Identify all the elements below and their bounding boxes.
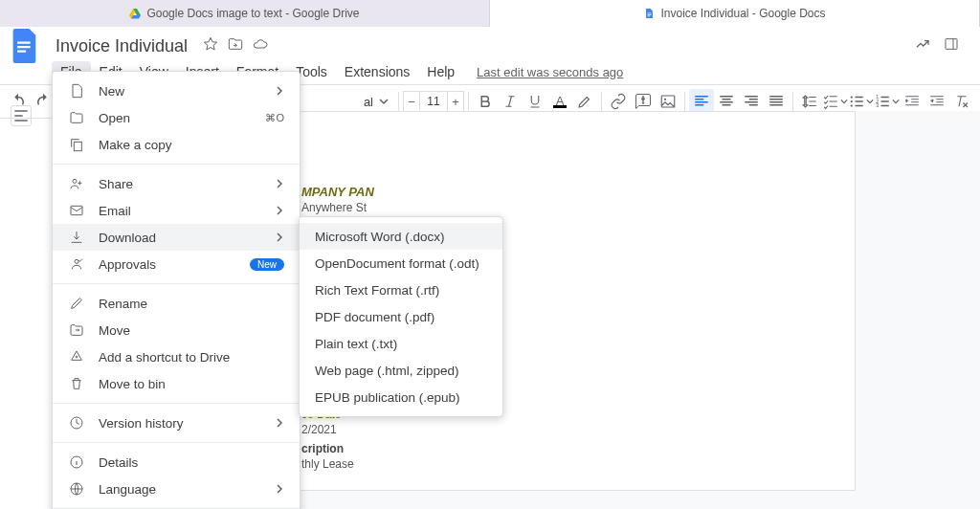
move-folder-icon[interactable] <box>228 36 243 55</box>
font-size-control: − 11 + <box>403 91 464 112</box>
doc-heading: MPANY PAN <box>301 185 797 199</box>
download-rtf[interactable]: Rich Text Format (.rtf) <box>300 277 502 303</box>
file-details[interactable]: Details <box>53 449 300 476</box>
download-epub[interactable]: EPUB publication (.epub) <box>300 384 502 410</box>
file-new[interactable]: New <box>53 77 300 104</box>
svg-rect-5 <box>648 16 651 17</box>
side-panel-icon[interactable] <box>944 36 959 55</box>
globe-icon <box>66 481 87 497</box>
svg-rect-3 <box>648 13 652 14</box>
chevron-right-icon <box>275 177 284 191</box>
file-download[interactable]: Download <box>53 224 300 251</box>
svg-point-12 <box>664 99 666 100</box>
file-rename[interactable]: Rename <box>53 290 300 317</box>
svg-point-14 <box>851 100 853 102</box>
activity-icon[interactable] <box>915 36 930 55</box>
outline-toggle[interactable] <box>11 105 32 126</box>
file-open[interactable]: Open ⌘O <box>53 104 300 131</box>
svg-rect-21 <box>71 206 82 214</box>
new-badge: New <box>250 258 284 271</box>
copy-icon <box>66 137 87 152</box>
font-size-decrease[interactable]: − <box>403 91 420 112</box>
document-title[interactable]: Invoice Individual <box>50 34 193 58</box>
cloud-status-icon[interactable] <box>253 36 268 55</box>
google-drive-icon <box>129 8 141 19</box>
left-rail <box>0 96 42 126</box>
font-size-value[interactable]: 11 <box>420 91 447 112</box>
move-icon <box>66 322 87 338</box>
last-edit-link[interactable]: Last edit was seconds ago <box>477 65 623 79</box>
shortcut-label: ⌘O <box>265 112 284 124</box>
doc-description-label: cription <box>301 442 797 455</box>
email-icon <box>66 203 87 218</box>
drive-shortcut-icon <box>66 349 87 365</box>
file-language[interactable]: Language <box>53 476 300 502</box>
chevron-right-icon <box>275 204 284 218</box>
download-submenu: Microsoft Word (.docx) OpenDocument form… <box>299 216 503 417</box>
file-email[interactable]: Email <box>53 197 300 224</box>
svg-rect-7 <box>17 46 31 48</box>
svg-point-20 <box>73 179 77 183</box>
file-approvals[interactable]: Approvals New <box>53 251 300 277</box>
chevron-right-icon <box>275 84 284 99</box>
browser-tab-drive-label: Google Docs image to text - Google Drive <box>146 7 359 20</box>
download-icon <box>66 230 87 245</box>
title-bar: Invoice Individual <box>0 27 980 59</box>
doc-address: Anywhere St <box>301 201 797 214</box>
svg-rect-19 <box>74 142 81 150</box>
chevron-right-icon <box>275 482 284 497</box>
download-pdf[interactable]: PDF document (.pdf) <box>300 303 502 330</box>
browser-tab-bar: Google Docs image to text - Google Drive… <box>0 0 980 27</box>
file-move-to-bin[interactable]: Move to bin <box>53 370 300 397</box>
file-share[interactable]: Share <box>53 170 300 197</box>
doc-description-value: thly Lease <box>301 457 797 471</box>
download-docx[interactable]: Microsoft Word (.docx) <box>300 223 502 250</box>
font-family-select[interactable]: al <box>354 95 394 109</box>
chevron-right-icon <box>275 416 284 431</box>
svg-point-22 <box>75 259 78 263</box>
download-txt[interactable]: Plain text (.txt) <box>300 330 502 357</box>
download-html[interactable]: Web page (.html, zipped) <box>300 357 502 384</box>
history-icon <box>66 415 87 431</box>
docs-logo[interactable] <box>8 29 42 63</box>
chevron-right-icon <box>275 231 284 245</box>
browser-tab-docs[interactable]: Invoice Individual - Google Docs <box>490 0 980 27</box>
file-blank-icon <box>66 83 87 99</box>
svg-text:3: 3 <box>876 102 879 108</box>
google-docs-icon <box>643 8 655 19</box>
browser-tab-docs-label: Invoice Individual - Google Docs <box>660 7 825 20</box>
svg-rect-4 <box>648 14 652 15</box>
browser-tab-drive[interactable]: Google Docs image to text - Google Drive <box>0 0 490 27</box>
share-icon <box>66 176 87 191</box>
svg-rect-8 <box>17 51 26 53</box>
download-odt[interactable]: OpenDocument format (.odt) <box>300 250 502 277</box>
file-move[interactable]: Move <box>53 317 300 343</box>
rename-icon <box>66 296 87 311</box>
file-menu-dropdown: New Open ⌘O Make a copy Share Email Down… <box>52 71 301 509</box>
file-add-shortcut[interactable]: Add a shortcut to Drive <box>53 343 300 370</box>
svg-rect-9 <box>946 39 957 50</box>
trash-icon <box>66 376 87 391</box>
doc-invoice-date-value: 2/2021 <box>301 423 797 436</box>
info-icon <box>66 454 87 470</box>
file-version-history[interactable]: Version history <box>53 409 300 436</box>
svg-rect-6 <box>17 42 31 44</box>
menu-help[interactable]: Help <box>418 61 463 82</box>
font-size-increase[interactable]: + <box>447 91 464 112</box>
star-icon[interactable] <box>203 36 218 55</box>
approvals-icon <box>66 256 87 272</box>
svg-point-13 <box>851 96 853 98</box>
folder-icon <box>66 110 87 125</box>
svg-point-15 <box>851 104 853 106</box>
menu-extensions[interactable]: Extensions <box>336 61 418 82</box>
file-make-copy[interactable]: Make a copy <box>53 131 300 158</box>
